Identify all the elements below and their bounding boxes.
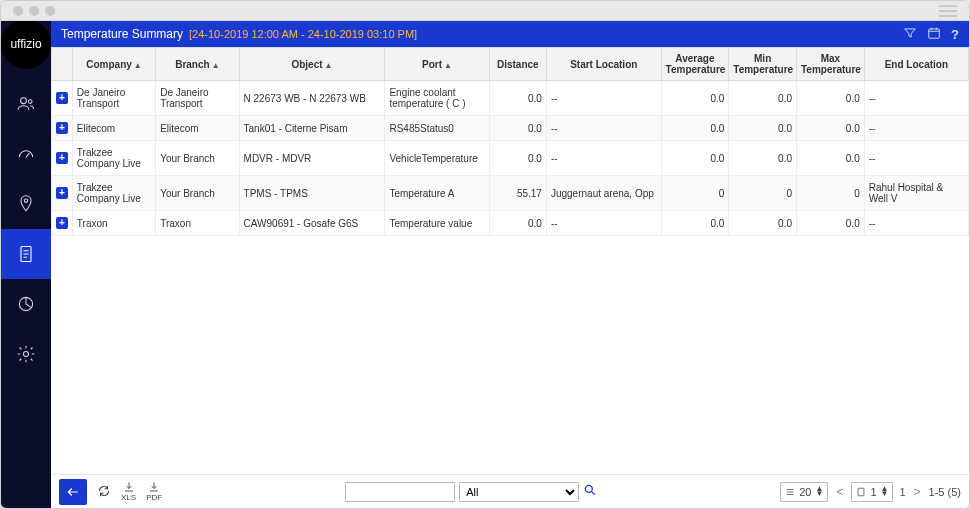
cell-port: Temperature A [385, 176, 489, 211]
pie-chart-icon [16, 294, 36, 314]
page-prev-button[interactable]: < [834, 485, 845, 499]
data-table: Company▲ Branch▲ Object▲ Port▲ Distance … [51, 47, 969, 236]
cell-end: -- [864, 81, 968, 116]
expand-icon[interactable]: + [56, 92, 68, 104]
cell-port: VehicleTemperature [385, 141, 489, 176]
cell-start: -- [546, 116, 661, 141]
download-icon [148, 481, 160, 493]
sort-asc-icon: ▲ [325, 61, 333, 70]
cell-object: TPMS - TPMS [239, 176, 385, 211]
filter-select[interactable]: All [459, 482, 579, 502]
cell-company: Trakzee Company Live [72, 176, 155, 211]
cell-object: MDVR - MDVR [239, 141, 385, 176]
cell-end: -- [864, 141, 968, 176]
cell-distance: 55.17 [489, 176, 546, 211]
expand-icon[interactable]: + [56, 187, 68, 199]
page-current-input[interactable]: 1 ▲▼ [851, 482, 893, 502]
cell-company: Elitecom [72, 116, 155, 141]
list-icon [785, 487, 795, 497]
export-pdf-button[interactable]: PDF [146, 481, 162, 503]
table-row[interactable]: + De Janeiro Transport De Janeiro Transp… [52, 81, 969, 116]
svg-point-1 [28, 100, 32, 104]
sidebar-item-tracking[interactable] [1, 179, 51, 229]
sidebar: uffizio [1, 21, 51, 508]
cell-company: Traxon [72, 211, 155, 236]
cell-object: CAW90691 - Gosafe G6S [239, 211, 385, 236]
cell-company: De Janeiro Transport [72, 81, 155, 116]
refresh-icon [97, 484, 111, 498]
cell-avg: 0.0 [661, 211, 729, 236]
cell-object: N 22673 WB - N 22673 WB [239, 81, 385, 116]
table-row[interactable]: + Elitecom Elitecom Tank01 - Citerne Pis… [52, 116, 969, 141]
app-window: uffizio [0, 0, 970, 509]
table-row[interactable]: + Trakzee Company Live Your Branch TPMS … [52, 176, 969, 211]
table-footer: XLS PDF All [51, 474, 969, 508]
col-end-location[interactable]: End Location [864, 48, 968, 81]
cell-min: 0.0 [729, 141, 797, 176]
page-next-button[interactable]: > [912, 485, 923, 499]
table-row[interactable]: + Traxon Traxon CAW90691 - Gosafe G6S Te… [52, 211, 969, 236]
date-range: [24-10-2019 12:00 AM - 24-10-2019 03:10 … [189, 28, 417, 40]
gauge-icon [16, 144, 36, 164]
cell-company: Trakzee Company Live [72, 141, 155, 176]
hamburger-icon[interactable] [939, 5, 957, 17]
col-company[interactable]: Company▲ [72, 48, 155, 81]
svg-point-7 [586, 485, 593, 492]
expand-icon[interactable]: + [56, 217, 68, 229]
cell-end: -- [864, 116, 968, 141]
sort-asc-icon: ▲ [212, 61, 220, 70]
expand-icon[interactable]: + [56, 152, 68, 164]
sidebar-item-settings[interactable] [1, 329, 51, 379]
cell-distance: 0.0 [489, 81, 546, 116]
col-branch[interactable]: Branch▲ [156, 48, 239, 81]
cell-start: -- [546, 81, 661, 116]
col-port[interactable]: Port▲ [385, 48, 489, 81]
arrow-left-icon [66, 485, 80, 499]
col-start-location[interactable]: Start Location [546, 48, 661, 81]
cell-object: Tank01 - Citerne Pisam [239, 116, 385, 141]
back-button[interactable] [59, 479, 87, 505]
window-dot [29, 6, 39, 16]
sidebar-item-users[interactable] [1, 79, 51, 129]
page-title: Temperature Summary [61, 27, 183, 41]
app-body: uffizio [1, 21, 969, 508]
filter-icon[interactable] [903, 26, 917, 43]
cell-port: Temperature value [385, 211, 489, 236]
sidebar-item-dashboard[interactable] [1, 129, 51, 179]
expand-icon[interactable]: + [56, 122, 68, 134]
col-max-temp[interactable]: Max Temperature [797, 48, 865, 81]
cell-distance: 0.0 [489, 141, 546, 176]
stepper-icon: ▲▼ [881, 487, 889, 497]
table-row[interactable]: + Trakzee Company Live Your Branch MDVR … [52, 141, 969, 176]
refresh-button[interactable] [97, 484, 111, 500]
search-icon[interactable] [583, 483, 597, 500]
page-titlebar: Temperature Summary [24-10-2019 12:00 AM… [51, 21, 969, 47]
page-icon [856, 487, 866, 497]
table-header-row: Company▲ Branch▲ Object▲ Port▲ Distance … [52, 48, 969, 81]
help-icon[interactable]: ? [951, 27, 959, 42]
calendar-icon[interactable] [927, 26, 941, 43]
cell-branch: Elitecom [156, 116, 239, 141]
col-object[interactable]: Object▲ [239, 48, 385, 81]
cell-avg: 0.0 [661, 81, 729, 116]
cell-end: Rahul Hospital & Well V [864, 176, 968, 211]
sidebar-item-reports[interactable] [1, 229, 51, 279]
search-input[interactable] [345, 482, 455, 502]
sidebar-nav [1, 79, 51, 379]
browser-chrome [1, 1, 969, 21]
col-min-temp[interactable]: Min Temperature [729, 48, 797, 81]
export-xls-button[interactable]: XLS [121, 481, 136, 503]
cell-port: Engine coolant temperature ( C ) [385, 81, 489, 116]
cell-max: 0.0 [797, 116, 865, 141]
cell-max: 0.0 [797, 141, 865, 176]
cell-distance: 0.0 [489, 211, 546, 236]
cell-port: RS485Status0 [385, 116, 489, 141]
svg-rect-6 [929, 28, 940, 37]
sidebar-item-analytics[interactable] [1, 279, 51, 329]
col-distance[interactable]: Distance [489, 48, 546, 81]
data-table-container[interactable]: Company▲ Branch▲ Object▲ Port▲ Distance … [51, 47, 969, 474]
svg-point-0 [21, 98, 27, 104]
page-size-select[interactable]: 20 ▲▼ [780, 482, 828, 502]
col-avg-temp[interactable]: Average Temperature [661, 48, 729, 81]
location-icon [16, 194, 36, 214]
